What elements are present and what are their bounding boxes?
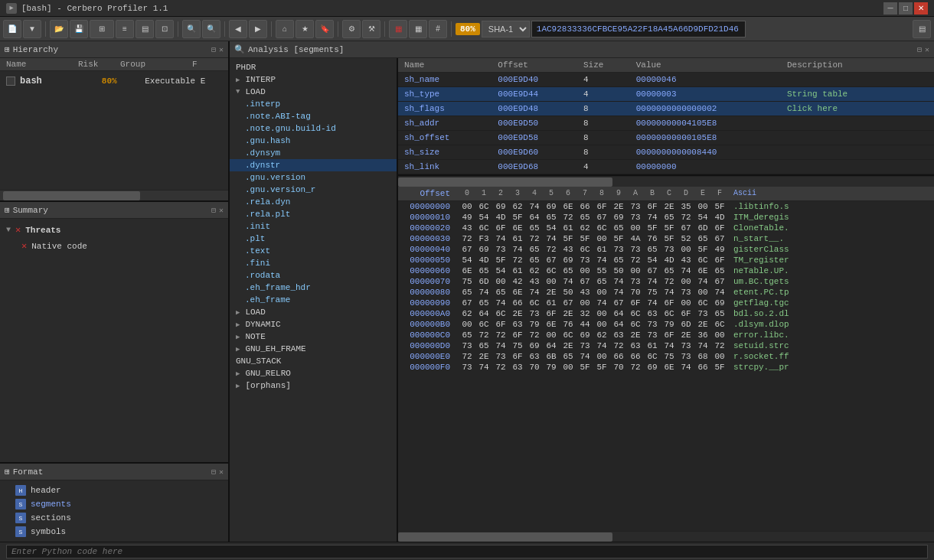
tree-item[interactable]: ▶DYNAMIC	[230, 318, 397, 330]
hex-row[interactable]: 000000A0 62646C2E736F2E3200646C636C6F736…	[398, 308, 934, 319]
tree-item[interactable]: .rodata	[230, 269, 397, 282]
format-controls[interactable]: ⊟ ✕	[211, 467, 224, 477]
home-button[interactable]: ⌂	[276, 20, 294, 38]
hierarchy-close-btn[interactable]: ✕	[219, 45, 224, 54]
bookmark-button[interactable]: 🔖	[315, 20, 334, 38]
row-checkbox[interactable]	[6, 77, 15, 86]
summary-controls[interactable]: ⊟ ✕	[211, 206, 224, 215]
table-row[interactable]: sh_offset 000E9D58 8 00000000000105E8	[398, 131, 934, 145]
summary-close-btn[interactable]: ✕	[219, 206, 224, 215]
toolbar-btn-4[interactable]: ≡	[116, 20, 134, 38]
tree-item[interactable]: ▶GNU_RELRO	[230, 367, 397, 379]
open-button[interactable]: 📂	[50, 20, 68, 38]
tree-item[interactable]: .dynsym	[230, 147, 397, 159]
hash-algo-select[interactable]: SHA-1	[482, 21, 530, 37]
hierarchy-float-btn[interactable]: ⊟	[211, 45, 216, 54]
hex-row[interactable]: 000000C0 6572726F72006C6962632E736F2E360…	[398, 330, 934, 340]
close-button[interactable]: ✕	[914, 2, 928, 15]
hex-row[interactable]: 00000030 72F3746172745F5F005F4A765F52656…	[398, 233, 934, 244]
hex-button[interactable]: ▦	[409, 20, 427, 38]
tree-item[interactable]: PHDR	[230, 61, 397, 73]
toolbar-btn-2[interactable]: ▼	[23, 20, 41, 38]
tree-item[interactable]: ▼LOAD	[230, 86, 397, 98]
zoom-out-button[interactable]: 🔍	[202, 20, 220, 38]
tool2-button[interactable]: ⚒	[362, 20, 380, 38]
format-float-btn[interactable]: ⊟	[211, 467, 216, 477]
minimize-button[interactable]: ─	[883, 2, 897, 15]
hex-row[interactable]: 000000F0 737472637079005F5F7072696E74665…	[398, 362, 934, 373]
table-row[interactable]: sh_type 000E9D44 4 00000003 String table	[398, 87, 934, 102]
analysis-close-btn[interactable]: ✕	[925, 45, 929, 54]
hex-row[interactable]: 00000000 006C696274696E666F2E736F2E35005…	[398, 201, 934, 212]
python-input[interactable]	[6, 545, 928, 558]
tree-item[interactable]: .note.gnu.build-id	[230, 122, 397, 135]
tree-item[interactable]: .eh_frame_hdr	[230, 282, 397, 294]
zoom-in-button[interactable]: 🔍	[182, 20, 201, 38]
hex-row[interactable]: 00000080 6574656E742E5043007470757473007…	[398, 287, 934, 298]
tree-item[interactable]: ▶GNU_EH_FRAME	[230, 343, 397, 355]
hierarchy-scrollbar[interactable]	[0, 190, 228, 200]
format-sections-item[interactable]: S sections	[0, 511, 228, 525]
format-segments-item[interactable]: S segments	[0, 497, 228, 511]
table-row[interactable]: sh_size 000E9D60 8 0000000000008440	[398, 145, 934, 160]
table-row[interactable]: sh_addr 000E9D50 8 00000000004105E8	[398, 116, 934, 131]
hex-row[interactable]: 00000040 676973746572436C6173736573005F4…	[398, 244, 934, 255]
tree-item[interactable]: .gnu.version	[230, 171, 397, 184]
save-button[interactable]: 💾	[70, 20, 88, 38]
tree-item[interactable]: .interp	[230, 98, 397, 110]
hex-row[interactable]: 00000020 436C6F6E655461626C65005F5F676D6…	[398, 223, 934, 233]
analysis-controls[interactable]: ⊟ ✕	[917, 45, 929, 54]
summary-float-btn[interactable]: ⊟	[211, 206, 216, 215]
hex-hscroll[interactable]	[398, 531, 934, 542]
analysis-float-btn[interactable]: ⊟	[917, 45, 922, 54]
format-header-item[interactable]: H header	[0, 483, 228, 497]
tree-item[interactable]: .rela.dyn	[230, 196, 397, 208]
toolbar-btn-5[interactable]: ▤	[136, 20, 154, 38]
toolbar-btn-6[interactable]: ⊡	[155, 20, 174, 38]
tree-item[interactable]: ▶LOAD	[230, 306, 397, 318]
hex-row[interactable]: 00000060 6E655461626C65005550006765746E6…	[398, 265, 934, 276]
format-symbols-item[interactable]: S symbols	[0, 525, 228, 539]
new-button[interactable]: 📄	[3, 20, 21, 38]
hex-row[interactable]: 00000090 676574666C61670074676F746F006C6…	[398, 298, 934, 308]
toolbar-btn-3[interactable]: ⊞	[90, 20, 114, 38]
forward-button[interactable]: ▶	[249, 20, 267, 38]
hex-row[interactable]: 00000070 756D004243007467657473747200746…	[398, 276, 934, 287]
format-close-btn[interactable]: ✕	[219, 467, 224, 477]
hex-row[interactable]: 00000010 49544D5F64657265676973746572544…	[398, 212, 934, 223]
tree-item[interactable]: .gnu.version_r	[230, 184, 397, 196]
window-controls[interactable]: ─ □ ✕	[883, 2, 928, 15]
table-row[interactable]: sh_name 000E9D40 4 00000046	[398, 73, 934, 87]
hex-row[interactable]: 00000050 544D5F7265676973746572544D436C6…	[398, 255, 934, 265]
table-hscroll[interactable]	[398, 176, 934, 187]
toolbar-right-btn[interactable]: ▤	[913, 20, 931, 38]
tree-item[interactable]: ▶NOTE	[230, 330, 397, 343]
star-button[interactable]: ★	[296, 20, 314, 38]
tree-item[interactable]: .init	[230, 220, 397, 233]
hex-row[interactable]: 000000D0 7365747569642E73747263617473747…	[398, 340, 934, 351]
tree-item[interactable]: .text	[230, 245, 397, 257]
hash-value-input[interactable]	[531, 21, 746, 37]
threats-group[interactable]: ▼ ✕ Threats	[0, 222, 228, 238]
back-button[interactable]: ◀	[229, 20, 247, 38]
tree-item[interactable]: .note.ABI-tag	[230, 110, 397, 122]
tree-item[interactable]: ▶[orphans]	[230, 379, 397, 392]
tree-item[interactable]: ▶INTERP	[230, 73, 397, 86]
table-row[interactable]: sh_link 000E9D68 4 00000000	[398, 160, 934, 174]
tree-item[interactable]: .plt	[230, 233, 397, 245]
hierarchy-controls[interactable]: ⊟ ✕	[211, 45, 224, 54]
tree-item[interactable]: .rela.plt	[230, 208, 397, 220]
hex-row[interactable]: 000000E0 722E736F636B65740066666C7573680…	[398, 351, 934, 362]
hierarchy-row[interactable]: bash 80% Executable E	[0, 74, 228, 88]
hash-button[interactable]: #	[429, 20, 447, 38]
maximize-button[interactable]: □	[899, 2, 913, 15]
native-code-item[interactable]: ✕ Native code	[0, 238, 228, 254]
tree-item[interactable]: .dynstr	[230, 159, 397, 171]
tree-item[interactable]: GNU_STACK	[230, 355, 397, 367]
hex-row[interactable]: 000000B0 006C6F63796E764400646C73796D2E6…	[398, 319, 934, 330]
table-row[interactable]: sh_flags 000E9D48 8 0000000000000002 Cli…	[398, 102, 934, 116]
tree-item[interactable]: .gnu.hash	[230, 135, 397, 147]
tree-item[interactable]: .eh_frame	[230, 294, 397, 306]
tree-item[interactable]: .fini	[230, 257, 397, 269]
hex-red-button[interactable]: ▦	[389, 20, 407, 38]
